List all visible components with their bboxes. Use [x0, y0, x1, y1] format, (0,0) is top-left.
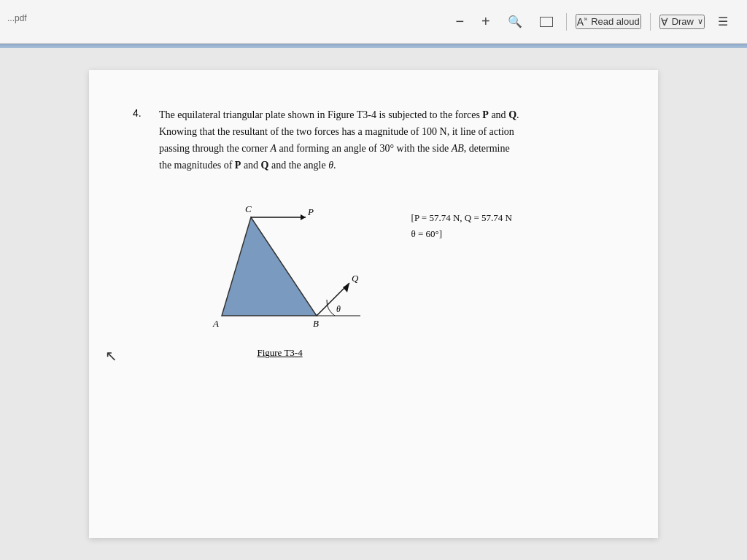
label-A: A: [212, 318, 219, 329]
figure-area: C P A B Q: [185, 188, 519, 359]
problem-text-line3: passing through the corner A and forming…: [159, 143, 510, 154]
answer-line2: θ = 60°]: [411, 226, 512, 242]
toolbar: ...pdf − + 🔍 A» Read aloud ∀ Draw ∨ ☰: [0, 0, 747, 44]
separator-2: [650, 13, 651, 31]
answer-box: [P = 57.74 N, Q = 57.74 N θ = 60°]: [411, 210, 512, 242]
zoom-out-button[interactable]: −: [451, 10, 468, 33]
force-P-arrowhead: [301, 214, 306, 220]
answer-line1: [P = 57.74 N, Q = 57.74 N: [411, 210, 512, 226]
read-aloud-label: Read aloud: [591, 16, 640, 27]
plus-icon: +: [481, 13, 490, 30]
read-aloud-icon: A»: [577, 15, 587, 28]
force-Q-arrowhead: [343, 283, 349, 292]
page: ↖ 4. The equilateral triangular plate sh…: [89, 70, 658, 538]
fit-icon: [540, 17, 553, 27]
label-P: P: [307, 206, 314, 217]
label-theta: θ: [336, 304, 341, 314]
problem-number: 4.: [133, 106, 147, 359]
problem-text: The equilateral triangular plate shown i…: [159, 106, 519, 174]
label-B: B: [313, 318, 319, 329]
diagram-wrapper: C P A B Q: [193, 188, 382, 359]
problem-text-line2: Knowing that the resultant of the two fo…: [159, 126, 514, 137]
more-button[interactable]: ☰: [713, 12, 732, 31]
problem-4: 4. The equilateral triangular plate show…: [133, 106, 614, 359]
draw-button[interactable]: ∀ Draw ∨: [659, 15, 705, 29]
diagram-svg: C P A B Q: [193, 188, 382, 341]
read-aloud-button[interactable]: A» Read aloud: [576, 14, 641, 29]
toolbar-title: ...pdf: [7, 13, 27, 23]
minus-icon: −: [455, 13, 464, 30]
search-button[interactable]: 🔍: [503, 12, 527, 31]
separator-1: [566, 13, 567, 31]
problem-text-line1: The equilateral triangular plate shown i…: [159, 109, 519, 120]
search-icon: 🔍: [508, 15, 522, 28]
zoom-in-button[interactable]: +: [477, 10, 495, 33]
label-C: C: [245, 203, 252, 214]
menu-icon: ☰: [718, 15, 728, 28]
problem-content: The equilateral triangular plate shown i…: [159, 106, 519, 359]
draw-label: Draw: [672, 16, 694, 27]
triangle-shape: [222, 217, 317, 316]
figure-caption: Figure T3-4: [257, 347, 302, 359]
chevron-down-icon: ∨: [697, 17, 703, 26]
draw-icon: ∀: [661, 16, 668, 28]
label-Q: Q: [352, 273, 359, 284]
problem-text-line4: the magnitudes of P and Q and the angle …: [159, 160, 336, 171]
content-area: ↖ 4. The equilateral triangular plate sh…: [0, 48, 747, 560]
cursor-arrow: ↖: [105, 347, 117, 365]
fit-button[interactable]: [535, 14, 557, 30]
